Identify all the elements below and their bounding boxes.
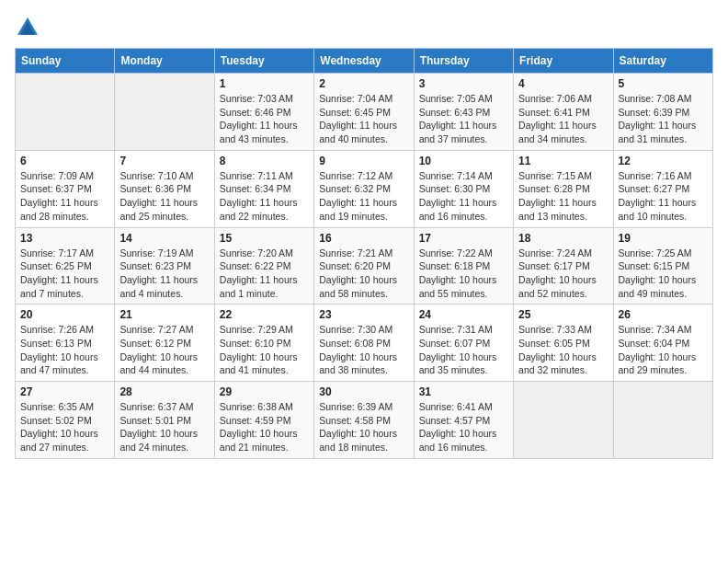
day-detail: Sunrise: 7:11 AM Sunset: 6:34 PM Dayligh… — [220, 169, 309, 224]
day-detail: Sunrise: 7:08 AM Sunset: 6:39 PM Dayligh… — [619, 92, 708, 146]
day-detail: Sunrise: 7:15 AM Sunset: 6:28 PM Dayligh… — [518, 169, 608, 224]
calendar-cell: 21Sunrise: 7:27 AM Sunset: 6:12 PM Dayli… — [115, 304, 214, 382]
day-number: 11 — [518, 155, 608, 167]
day-detail: Sunrise: 7:06 AM Sunset: 6:41 PM Dayligh… — [518, 92, 608, 146]
day-detail: Sunrise: 7:30 AM Sunset: 6:08 PM Dayligh… — [319, 323, 408, 377]
logo-icon — [15, 15, 40, 40]
day-detail: Sunrise: 7:26 AM Sunset: 6:13 PM Dayligh… — [20, 323, 109, 377]
day-number: 5 — [619, 77, 708, 90]
calendar-cell: 30Sunrise: 6:39 AM Sunset: 4:58 PM Dayli… — [314, 382, 414, 459]
calendar-week-row: 27Sunrise: 6:35 AM Sunset: 5:02 PM Dayli… — [16, 382, 713, 459]
day-detail: Sunrise: 7:27 AM Sunset: 6:12 PM Dayligh… — [119, 323, 209, 377]
day-number: 26 — [619, 308, 708, 321]
calendar-week-row: 1Sunrise: 7:03 AM Sunset: 6:46 PM Daylig… — [16, 74, 713, 151]
calendar-cell: 29Sunrise: 6:38 AM Sunset: 4:59 PM Dayli… — [214, 382, 313, 459]
day-detail: Sunrise: 7:29 AM Sunset: 6:10 PM Dayligh… — [220, 323, 309, 377]
calendar-cell: 9Sunrise: 7:12 AM Sunset: 6:32 PM Daylig… — [314, 150, 414, 227]
calendar-cell: 11Sunrise: 7:15 AM Sunset: 6:28 PM Dayli… — [514, 150, 613, 227]
day-number: 4 — [518, 77, 608, 90]
day-detail: Sunrise: 7:03 AM Sunset: 6:46 PM Dayligh… — [220, 92, 309, 146]
day-detail: Sunrise: 6:41 AM Sunset: 4:57 PM Dayligh… — [419, 400, 508, 454]
day-number: 28 — [119, 385, 209, 398]
weekday-header: Tuesday — [214, 49, 313, 74]
calendar-cell: 25Sunrise: 7:33 AM Sunset: 6:05 PM Dayli… — [514, 304, 613, 382]
calendar-cell: 15Sunrise: 7:20 AM Sunset: 6:22 PM Dayli… — [214, 227, 313, 304]
calendar-header-row: SundayMondayTuesdayWednesdayThursdayFrid… — [16, 49, 713, 74]
day-detail: Sunrise: 7:19 AM Sunset: 6:23 PM Dayligh… — [119, 247, 209, 301]
day-detail: Sunrise: 7:20 AM Sunset: 6:22 PM Dayligh… — [220, 247, 309, 301]
day-detail: Sunrise: 7:16 AM Sunset: 6:27 PM Dayligh… — [619, 169, 708, 224]
calendar-cell: 4Sunrise: 7:06 AM Sunset: 6:41 PM Daylig… — [514, 74, 613, 151]
day-number: 7 — [119, 155, 209, 167]
calendar-cell — [613, 382, 712, 459]
calendar-cell: 12Sunrise: 7:16 AM Sunset: 6:27 PM Dayli… — [613, 150, 712, 227]
day-number: 15 — [220, 232, 309, 245]
day-number: 1 — [220, 77, 309, 90]
day-detail: Sunrise: 6:39 AM Sunset: 4:58 PM Dayligh… — [319, 400, 408, 454]
day-detail: Sunrise: 7:09 AM Sunset: 6:37 PM Dayligh… — [20, 169, 109, 224]
calendar-cell: 7Sunrise: 7:10 AM Sunset: 6:36 PM Daylig… — [115, 150, 214, 227]
weekday-header: Monday — [115, 49, 214, 74]
day-detail: Sunrise: 6:37 AM Sunset: 5:01 PM Dayligh… — [119, 400, 209, 454]
calendar-cell: 24Sunrise: 7:31 AM Sunset: 6:07 PM Dayli… — [414, 304, 513, 382]
page-header — [15, 15, 713, 40]
weekday-header: Thursday — [414, 49, 513, 74]
day-detail: Sunrise: 7:10 AM Sunset: 6:36 PM Dayligh… — [119, 169, 209, 224]
calendar-cell: 19Sunrise: 7:25 AM Sunset: 6:15 PM Dayli… — [613, 227, 712, 304]
day-number: 12 — [619, 155, 708, 167]
calendar-cell: 2Sunrise: 7:04 AM Sunset: 6:45 PM Daylig… — [314, 74, 414, 151]
day-detail: Sunrise: 7:31 AM Sunset: 6:07 PM Dayligh… — [419, 323, 508, 377]
day-number: 18 — [518, 232, 608, 245]
weekday-header: Saturday — [613, 49, 712, 74]
calendar-cell: 1Sunrise: 7:03 AM Sunset: 6:46 PM Daylig… — [214, 74, 313, 151]
calendar-cell: 31Sunrise: 6:41 AM Sunset: 4:57 PM Dayli… — [414, 382, 513, 459]
day-number: 10 — [419, 155, 508, 167]
day-detail: Sunrise: 7:05 AM Sunset: 6:43 PM Dayligh… — [419, 92, 508, 146]
day-detail: Sunrise: 7:14 AM Sunset: 6:30 PM Dayligh… — [419, 169, 508, 224]
calendar-week-row: 6Sunrise: 7:09 AM Sunset: 6:37 PM Daylig… — [16, 150, 713, 227]
day-number: 2 — [319, 77, 408, 90]
calendar-cell: 27Sunrise: 6:35 AM Sunset: 5:02 PM Dayli… — [16, 382, 115, 459]
calendar-cell: 8Sunrise: 7:11 AM Sunset: 6:34 PM Daylig… — [214, 150, 313, 227]
weekday-header: Sunday — [16, 49, 115, 74]
calendar-cell: 23Sunrise: 7:30 AM Sunset: 6:08 PM Dayli… — [314, 304, 414, 382]
calendar-cell: 10Sunrise: 7:14 AM Sunset: 6:30 PM Dayli… — [414, 150, 513, 227]
weekday-header: Friday — [514, 49, 613, 74]
calendar-cell — [16, 74, 115, 151]
day-number: 6 — [20, 155, 109, 167]
day-number: 13 — [20, 232, 109, 245]
calendar-cell: 26Sunrise: 7:34 AM Sunset: 6:04 PM Dayli… — [613, 304, 712, 382]
day-detail: Sunrise: 7:33 AM Sunset: 6:05 PM Dayligh… — [518, 323, 608, 377]
day-number: 22 — [220, 308, 309, 321]
calendar-cell — [514, 382, 613, 459]
day-number: 17 — [419, 232, 508, 245]
calendar-cell: 17Sunrise: 7:22 AM Sunset: 6:18 PM Dayli… — [414, 227, 513, 304]
day-number: 14 — [119, 232, 209, 245]
day-detail: Sunrise: 6:38 AM Sunset: 4:59 PM Dayligh… — [220, 400, 309, 454]
day-number: 19 — [619, 232, 708, 245]
day-detail: Sunrise: 7:12 AM Sunset: 6:32 PM Dayligh… — [319, 169, 408, 224]
day-detail: Sunrise: 6:35 AM Sunset: 5:02 PM Dayligh… — [20, 400, 109, 454]
calendar-table: SundayMondayTuesdayWednesdayThursdayFrid… — [15, 48, 713, 459]
day-number: 31 — [419, 385, 508, 398]
day-detail: Sunrise: 7:34 AM Sunset: 6:04 PM Dayligh… — [619, 323, 708, 377]
calendar-cell: 20Sunrise: 7:26 AM Sunset: 6:13 PM Dayli… — [16, 304, 115, 382]
day-detail: Sunrise: 7:21 AM Sunset: 6:20 PM Dayligh… — [319, 247, 408, 301]
day-detail: Sunrise: 7:24 AM Sunset: 6:17 PM Dayligh… — [518, 247, 608, 301]
calendar-cell: 6Sunrise: 7:09 AM Sunset: 6:37 PM Daylig… — [16, 150, 115, 227]
calendar-cell — [115, 74, 214, 151]
day-number: 24 — [419, 308, 508, 321]
calendar-cell: 28Sunrise: 6:37 AM Sunset: 5:01 PM Dayli… — [115, 382, 214, 459]
day-number: 23 — [319, 308, 408, 321]
day-number: 3 — [419, 77, 508, 90]
calendar-week-row: 13Sunrise: 7:17 AM Sunset: 6:25 PM Dayli… — [16, 227, 713, 304]
day-number: 20 — [20, 308, 109, 321]
calendar-cell: 14Sunrise: 7:19 AM Sunset: 6:23 PM Dayli… — [115, 227, 214, 304]
calendar-week-row: 20Sunrise: 7:26 AM Sunset: 6:13 PM Dayli… — [16, 304, 713, 382]
day-number: 9 — [319, 155, 408, 167]
day-detail: Sunrise: 7:25 AM Sunset: 6:15 PM Dayligh… — [619, 247, 708, 301]
day-detail: Sunrise: 7:04 AM Sunset: 6:45 PM Dayligh… — [319, 92, 408, 146]
weekday-header: Wednesday — [314, 49, 414, 74]
calendar-cell: 22Sunrise: 7:29 AM Sunset: 6:10 PM Dayli… — [214, 304, 313, 382]
day-number: 25 — [518, 308, 608, 321]
